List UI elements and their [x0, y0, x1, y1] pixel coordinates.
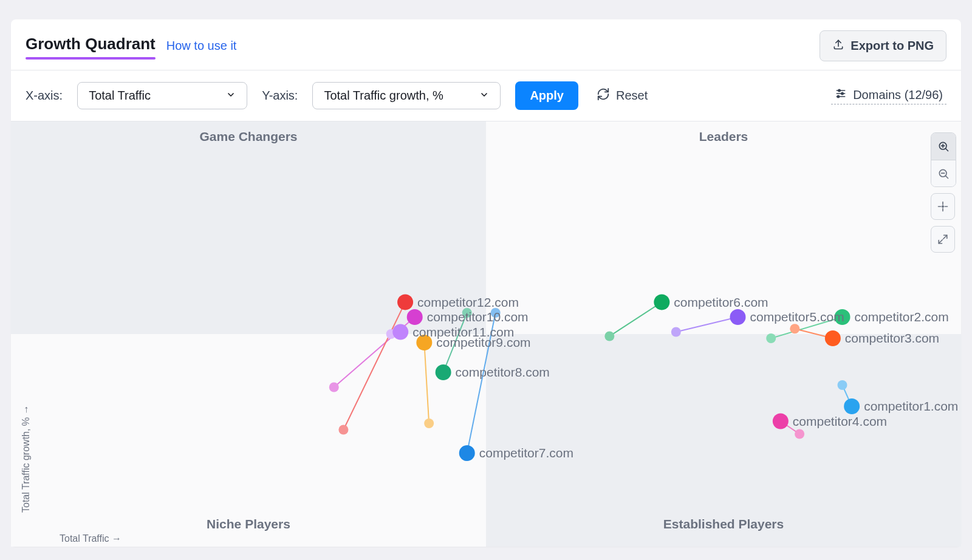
- svg-text:competitor12.com: competitor12.com: [417, 295, 519, 309]
- svg-line-77: [943, 235, 947, 239]
- zoom-out-button[interactable]: [931, 160, 956, 186]
- svg-text:Game Changers: Game Changers: [199, 129, 297, 143]
- svg-point-48: [407, 309, 423, 325]
- refresh-icon: [597, 87, 610, 104]
- how-to-use-link[interactable]: How to use it: [166, 39, 237, 53]
- svg-point-42: [459, 445, 475, 461]
- svg-line-70: [946, 176, 948, 178]
- svg-rect-10: [486, 334, 961, 547]
- svg-text:competitor1.com: competitor1.com: [864, 399, 958, 413]
- y-axis-value: Total Traffic growth, %: [324, 89, 443, 103]
- svg-point-37: [671, 327, 681, 337]
- y-axis-label: Y-axis:: [262, 89, 298, 103]
- domains-label: Domains (12/96): [853, 88, 943, 102]
- svg-point-40: [654, 295, 669, 310]
- svg-point-35: [795, 429, 804, 439]
- quadrant-chart[interactable]: Game ChangersLeadersNiche PlayersEstabli…: [11, 121, 961, 547]
- svg-point-33: [790, 324, 799, 333]
- svg-text:competitor3.com: competitor3.com: [845, 331, 939, 345]
- fullscreen-button[interactable]: [931, 226, 955, 253]
- svg-text:competitor10.com: competitor10.com: [427, 310, 529, 324]
- reset-button[interactable]: Reset: [593, 87, 651, 104]
- svg-point-76: [942, 206, 944, 208]
- svg-point-38: [730, 309, 745, 325]
- svg-point-2: [838, 89, 840, 91]
- controls-bar: X-axis: Total Traffic Y-axis: Total Traf…: [11, 70, 961, 121]
- svg-line-66: [946, 149, 948, 151]
- svg-text:competitor6.com: competitor6.com: [674, 295, 768, 309]
- svg-point-31: [766, 333, 776, 343]
- reset-label: Reset: [616, 89, 648, 103]
- svg-point-45: [424, 418, 434, 428]
- svg-text:Leaders: Leaders: [699, 129, 748, 143]
- svg-point-36: [773, 414, 789, 429]
- growth-quadrant-panel: Growth Quadrant How to use it Export to …: [11, 19, 961, 547]
- svg-text:competitor11.com: competitor11.com: [412, 325, 514, 339]
- panel-title: Growth Quadrant: [26, 35, 156, 57]
- panel-header: Growth Quadrant How to use it Export to …: [11, 19, 961, 70]
- zoom-in-button[interactable]: [931, 133, 956, 160]
- domains-filter-button[interactable]: Domains (12/96): [831, 87, 946, 104]
- chevron-down-icon: [479, 89, 489, 103]
- svg-line-78: [939, 240, 942, 244]
- svg-point-29: [838, 380, 847, 390]
- svg-text:competitor2.com: competitor2.com: [855, 310, 949, 324]
- svg-point-47: [329, 383, 339, 392]
- svg-point-44: [436, 364, 451, 380]
- recenter-button[interactable]: [931, 193, 955, 220]
- svg-point-4: [841, 92, 843, 94]
- y-axis-select[interactable]: Total Traffic growth, %: [312, 82, 501, 109]
- svg-point-51: [338, 425, 348, 435]
- svg-text:Niche Players: Niche Players: [207, 517, 290, 531]
- svg-text:competitor4.com: competitor4.com: [793, 414, 887, 428]
- upload-icon: [832, 38, 844, 53]
- sliders-icon: [835, 87, 847, 103]
- x-axis-select[interactable]: Total Traffic: [77, 82, 247, 109]
- x-axis-label: X-axis:: [26, 89, 63, 103]
- svg-point-6: [837, 95, 839, 97]
- svg-text:Established Players: Established Players: [663, 517, 784, 531]
- apply-button[interactable]: Apply: [515, 81, 578, 110]
- svg-rect-9: [11, 334, 486, 547]
- svg-text:competitor8.com: competitor8.com: [456, 365, 550, 379]
- x-axis-value: Total Traffic: [89, 89, 151, 103]
- export-png-button[interactable]: Export to PNG: [820, 30, 946, 61]
- chart-zoom-controls: [931, 132, 956, 253]
- svg-point-52: [397, 295, 413, 310]
- svg-text:Total Traffic  →: Total Traffic →: [60, 533, 122, 544]
- svg-text:Total Traffic growth, %  →: Total Traffic growth, % →: [21, 405, 31, 513]
- svg-point-34: [825, 330, 841, 346]
- svg-text:competitor7.com: competitor7.com: [479, 446, 573, 460]
- svg-point-50: [392, 324, 408, 340]
- chevron-down-icon: [226, 89, 236, 103]
- svg-rect-7: [11, 121, 486, 334]
- export-label: Export to PNG: [850, 39, 934, 53]
- svg-text:competitor5.com: competitor5.com: [750, 310, 844, 324]
- svg-point-39: [604, 332, 614, 341]
- svg-point-30: [844, 398, 860, 414]
